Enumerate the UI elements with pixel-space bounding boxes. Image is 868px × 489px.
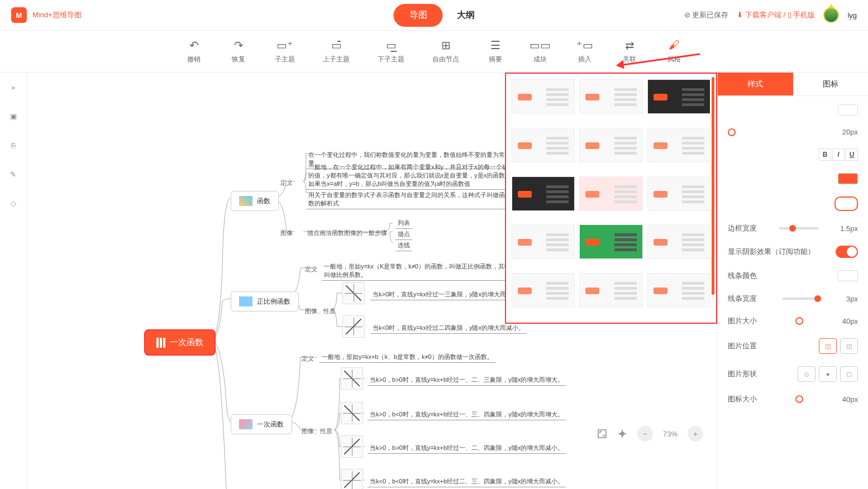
- insert-button[interactable]: ⁺▭插入: [576, 39, 593, 64]
- img-pos-left[interactable]: ◫: [819, 338, 837, 354]
- leaf-text[interactable]: 当k<0时，直线y=kx经过二四象限，y随x的增大而减小。: [370, 323, 527, 334]
- color-swatch[interactable]: [838, 104, 858, 116]
- free-node-button[interactable]: ⊞自由节点: [432, 39, 459, 64]
- avatar-icon[interactable]: [823, 7, 839, 23]
- line-width-slider[interactable]: [782, 298, 821, 300]
- step-item[interactable]: 列表: [395, 218, 412, 229]
- save-status: ⊘ 更新已保存: [684, 10, 729, 20]
- theme-thumb[interactable]: [512, 273, 575, 308]
- image-icon[interactable]: ▣: [7, 110, 20, 122]
- graph-thumb[interactable]: [341, 402, 363, 426]
- branch-proportional[interactable]: 正比例函数: [231, 291, 299, 311]
- theme-thumb[interactable]: [512, 79, 575, 114]
- theme-thumb[interactable]: [512, 176, 575, 211]
- graph-thumb[interactable]: [341, 367, 363, 391]
- sub-definition[interactable]: 定义: [301, 353, 315, 364]
- img-shape-square[interactable]: ▢: [840, 366, 858, 382]
- branch-linear[interactable]: 一次函数: [231, 414, 292, 434]
- theme-thumb[interactable]: [579, 128, 642, 162]
- shape-button[interactable]: [834, 196, 858, 211]
- theme-thumb[interactable]: [647, 224, 710, 259]
- tab-mindmap[interactable]: 导图: [394, 4, 443, 27]
- theme-thumb[interactable]: [579, 273, 642, 308]
- root-node[interactable]: 一次函数: [144, 329, 216, 356]
- border-width-slider[interactable]: [779, 227, 818, 229]
- summary-button[interactable]: ☰摘要: [487, 39, 504, 64]
- graph-thumb[interactable]: [342, 315, 365, 339]
- theme-thumb[interactable]: [579, 176, 642, 211]
- block-button[interactable]: ▭▭成块: [532, 39, 549, 64]
- theme-thumb[interactable]: [647, 273, 710, 308]
- prop-font-size: 20px: [728, 128, 858, 136]
- theme-thumb[interactable]: [512, 128, 575, 162]
- radio-icon[interactable]: [795, 317, 803, 325]
- tab-outline[interactable]: 大纲: [457, 9, 475, 21]
- shadow-toggle[interactable]: [836, 246, 858, 258]
- theme-thumb[interactable]: [647, 128, 710, 162]
- note-icon[interactable]: ✎: [7, 168, 20, 180]
- sub-property[interactable]: 图像、性质: [301, 426, 333, 437]
- theme-thumb[interactable]: [647, 79, 710, 114]
- export-icon[interactable]: ⎘: [7, 139, 20, 151]
- sub-definition[interactable]: 定义: [304, 264, 318, 275]
- leaf-text[interactable]: 一般地，形如y=kx+b（k、b是常数，k≠0）的函数做一次函数。: [319, 352, 495, 363]
- pencil-icon: [239, 419, 252, 429]
- leaf-text[interactable]: 当k<0，b<0时，直线y=kx+b经过二、三、四象限，y随x的增大而减小。: [368, 476, 566, 487]
- underline-button[interactable]: U: [846, 148, 858, 161]
- graph-thumb[interactable]: [341, 469, 363, 489]
- prop-row: [728, 104, 858, 116]
- relation-button[interactable]: ⇄关联: [621, 39, 638, 64]
- subtopic-button[interactable]: ▭⁺子主题: [275, 39, 295, 64]
- sub-definition[interactable]: 定义: [279, 178, 294, 188]
- books-icon: [156, 338, 165, 348]
- style-gallery-popup: [505, 73, 717, 324]
- steps-label[interactable]: 描点画法函数图像的一般步骤: [306, 228, 388, 238]
- step-item[interactable]: 描点: [395, 229, 412, 240]
- style-button[interactable]: 🖌风格: [666, 39, 683, 64]
- graph-thumb[interactable]: [342, 282, 365, 306]
- download-link[interactable]: ⬇ 下载客户端 / ▯ 手机版: [737, 10, 815, 20]
- theme-thumb[interactable]: [647, 176, 710, 211]
- theme-thumb[interactable]: [512, 224, 575, 259]
- theme-thumb[interactable]: [579, 79, 642, 114]
- next-subtopic-button[interactable]: ▭̲下子主题: [378, 39, 404, 64]
- locate-icon[interactable]: [617, 429, 627, 439]
- leaf-text[interactable]: 一般地，形如y=kx（K是常数，k≠0）的函数，叫做正比例函数，其中K叫做比例系…: [322, 261, 523, 281]
- theme-thumb[interactable]: [579, 224, 642, 259]
- img-pos-right[interactable]: ◫: [840, 338, 858, 354]
- fullscreen-icon[interactable]: [597, 429, 607, 439]
- radio-icon[interactable]: [795, 395, 803, 403]
- redo-button[interactable]: ↷恢复: [230, 39, 247, 64]
- sub-property[interactable]: 图像、性质: [304, 306, 337, 317]
- undo-button[interactable]: ↶撤销: [185, 39, 202, 64]
- leaf-text[interactable]: 当k>0，b>0时，直线y=kx+b经过一、二、三象限，y随x的增大而增大。: [368, 375, 566, 386]
- img-shape-circle[interactable]: ●: [819, 366, 837, 382]
- leaf-text[interactable]: 一般地，在一个变化过程中，如果有两个变量x和y，并且对于x的每一个确定的值，y都…: [306, 162, 518, 190]
- tab-icon[interactable]: 图标: [793, 73, 869, 95]
- step-item[interactable]: 连线: [395, 240, 412, 251]
- leaf-text[interactable]: 当k>0时，直线y=kx经过一三象限，y随x的增大而增大。: [370, 289, 527, 300]
- graph-thumb[interactable]: [341, 435, 363, 459]
- view-tabs: 导图 大纲: [394, 4, 475, 27]
- branch-function[interactable]: 函数: [231, 191, 279, 211]
- canvas[interactable]: 一次函数 函数 定义 图像 在一个变化过程中，我们称数值变化的量为变量，数值始终…: [27, 73, 717, 489]
- italic-button[interactable]: I: [832, 148, 845, 161]
- zoom-in-button[interactable]: +: [688, 426, 703, 442]
- fill-color-swatch[interactable]: [838, 173, 858, 184]
- leaf-text[interactable]: 当k>0，b>0时，直线y=kx+b经过一、二、四象限，y随x的增大而减小。: [368, 443, 566, 454]
- line-color-swatch[interactable]: [838, 270, 858, 281]
- leaf-text[interactable]: 当k>0，b<0时，直线y=kx+b经过一、三、四象限，y随x的增大而增大。: [368, 409, 566, 420]
- sub-image[interactable]: 图像: [279, 228, 294, 238]
- app-title: Mind+思维导图: [32, 10, 82, 20]
- zoom-out-button[interactable]: −: [637, 426, 653, 442]
- prop-border-width: 边框宽度 1.5px: [728, 223, 858, 233]
- img-shape-diamond[interactable]: ◇: [798, 366, 815, 382]
- prev-subtopic-button[interactable]: ▭̄上子主题: [323, 39, 350, 64]
- right-panel: 样式 图标 20px B I U: [717, 73, 868, 489]
- leaf-text[interactable]: 用关于自变量的数学式子表示函数与自变量之间的关系，这种式子叫做函数的解析式: [306, 190, 507, 209]
- tab-style[interactable]: 样式: [718, 73, 793, 95]
- expand-icon[interactable]: »: [7, 81, 20, 93]
- bold-button[interactable]: B: [819, 148, 831, 161]
- radio-icon[interactable]: [728, 128, 736, 136]
- diamond-icon[interactable]: ◇: [7, 197, 20, 209]
